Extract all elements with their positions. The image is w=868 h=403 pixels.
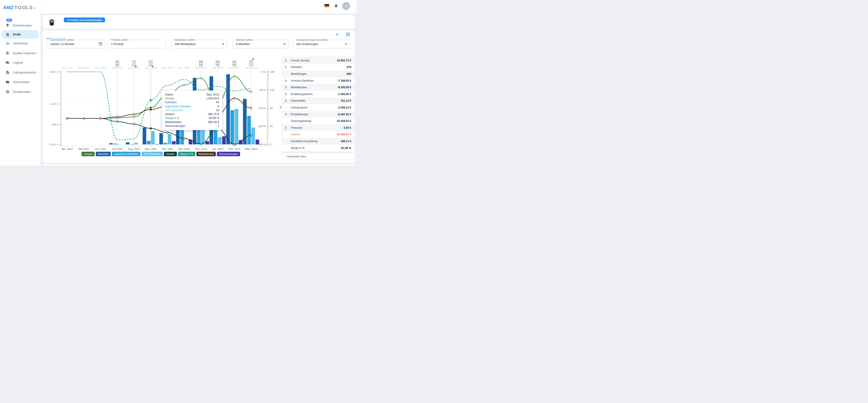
summary-row-deckungsbeitrag: Deckungsbeitrag-10.458,03 € — [282, 118, 354, 124]
recommendations-count-badge: 99+ — [6, 19, 12, 22]
svg-text:Juli 2022: Juli 2022 — [112, 148, 123, 150]
tooltip-row: PPC Einheiten33 — [165, 108, 219, 112]
svg-text:135: 135 — [270, 89, 274, 91]
page: AMZ:TOOLS « Empfehlungen99+$ProfitAdvert… — [0, 0, 356, 165]
speedometer-icon — [6, 41, 9, 45]
listing-change-icon[interactable]: € — [249, 58, 254, 66]
panel-expand-handle[interactable] — [279, 102, 282, 112]
svg-text:-2,6 K. €: -2,6 K. € — [49, 143, 59, 146]
svg-text:-60 %: -60 % — [259, 89, 266, 91]
sidebar-item-einstellungen[interactable]: Einstellungen — [0, 87, 40, 97]
listing-change-icon[interactable] — [199, 60, 203, 66]
svg-text:März 2023: März 2023 — [245, 148, 257, 150]
listing-change-icon[interactable] — [232, 60, 237, 66]
legend-chip-marge-in-[interactable]: Marge in % — [178, 152, 195, 156]
svg-text:180: 180 — [270, 70, 274, 73]
filter-produkte-w-hlen[interactable]: Produkte wählen1 Produkt — [107, 40, 166, 49]
svg-text:-600 €: -600 € — [51, 123, 59, 126]
tooltip-row: Umsatz1.044,53 € — [165, 96, 219, 100]
listing-change-icon[interactable] — [216, 60, 220, 66]
legend-chip-einheiten[interactable]: Einheiten — [96, 152, 111, 156]
expand-chevron-icon — [285, 113, 291, 116]
svg-text:-240 %: -240 % — [257, 143, 266, 146]
sidebar-item-label: Quality Inspection — [13, 52, 36, 55]
brand-logo: AMZ:TOOLS — [3, 5, 33, 10]
sidebar-item-profit[interactable]: $Profit — [2, 30, 39, 39]
svg-text:0 %: 0 % — [261, 70, 266, 73]
sidebar-item-empfehlungen[interactable]: Empfehlungen99+ — [0, 21, 40, 30]
svg-text:Apr. 2022: Apr. 2022 — [61, 148, 72, 150]
sidebar-item-advertising[interactable]: Advertising — [0, 39, 40, 49]
svg-text:45: 45 — [270, 125, 273, 128]
expand-chevron-icon — [285, 59, 291, 62]
next-section-card — [43, 164, 355, 165]
legend-chip-ppc-einheiten[interactable]: PPC Einheiten — [142, 152, 163, 156]
svg-text:Apr. 2022: Apr. 2022 — [61, 66, 72, 69]
svg-text:Juni 2022: Juni 2022 — [95, 66, 106, 69]
svg-text:Juni 2022: Juni 2022 — [95, 148, 106, 150]
listing-change-icon[interactable] — [115, 60, 119, 66]
svg-text:0: 0 — [270, 143, 271, 146]
summary-row-fixkosten[interactable]: Fixkosten0,00 € — [282, 124, 354, 131]
legend-chip-gewinn[interactable]: Gewinn — [164, 152, 177, 156]
sidebar-item-label: Stammdaten — [13, 80, 30, 84]
tooltip-row: Marge in %-93,89 % — [165, 116, 219, 120]
more-recommendations-button[interactable]: + 0 weitere neue Empfehlungen — [64, 18, 105, 22]
sidebar-item-quality-inspection[interactable]: Quality Inspection — [0, 48, 40, 58]
filter-value: 8 Metriken — [236, 40, 250, 48]
expand-chevron-icon — [285, 93, 291, 95]
chevron-down-icon — [345, 43, 347, 45]
globe-search-icon — [6, 51, 9, 55]
legend-chip-r-cksendungen[interactable]: Rücksendungen — [217, 152, 240, 156]
tooltip-row: Gewinn-980,76 € — [165, 112, 219, 116]
expand-chevron-icon — [285, 66, 291, 68]
legend-chip-werbekosten[interactable]: Werbekosten — [196, 152, 216, 156]
summary-row-amazon-geb-hren[interactable]: Amazon-Gebühren-7.188,05 € — [282, 77, 354, 84]
svg-text:4,8 K. €: 4,8 K. € — [50, 70, 59, 73]
filter-value: Letzten 12 Monate — [50, 40, 74, 48]
filter-listing-nderungen-ausw-hlen[interactable]: Listingänderungen auswählenAlle Änderung… — [293, 40, 350, 49]
summary-row-einheiten[interactable]: Einheiten676 — [282, 64, 354, 71]
sidebar-item-logistik[interactable]: Logistik — [0, 58, 40, 68]
dashboard-layout-icon[interactable] — [346, 33, 350, 37]
summary-row-erstattungskosten[interactable]: Erstattungskosten-1.465,06 € — [282, 91, 354, 98]
language-flag-de[interactable] — [324, 4, 329, 7]
summary-row-produktkosten[interactable]: Produktkosten-8.467,92 € — [282, 111, 354, 118]
sidebar-item-stammdaten[interactable]: Stammdaten — [0, 77, 40, 87]
filter-marktpl-tze-w-hlen[interactable]: Marktplätze wählenAlle Marktplätze — [171, 40, 227, 49]
sidebar-item-label: Profit — [13, 33, 21, 36]
svg-text:Jan. 2023: Jan. 2023 — [212, 148, 223, 150]
svg-text:Mai 2022: Mai 2022 — [79, 148, 89, 150]
svg-text:90: 90 — [270, 107, 273, 110]
svg-text:-180 %: -180 % — [257, 125, 266, 128]
expand-chevron-icon — [285, 80, 291, 82]
sidebar: AMZ:TOOLS « Empfehlungen99+$ProfitAdvert… — [0, 0, 41, 165]
tooltip-row: Rücksendungen1 — [165, 124, 219, 128]
summary-row-marge-in-%: Marge in %-61,69 % — [282, 145, 354, 152]
brand-amz: AMZ — [3, 5, 13, 10]
summary-row-gutschriften[interactable]: Gutschriften411,14 € — [282, 98, 354, 104]
expand-chevron-icon — [285, 126, 291, 129]
legend-chip-umsatz[interactable]: Umsatz — [82, 152, 95, 156]
summary-row-umsatz-brutto-[interactable]: Umsatz (brutto)16.953,73 € — [282, 57, 354, 64]
profit-chart[interactable]: Apr. 2022Apr. 2022Mai 2022Mai 2022Juni 2… — [45, 57, 276, 151]
summary-row-werbekosten[interactable]: Werbekosten-8.345,65 € — [282, 84, 354, 91]
profile-photo — [48, 19, 55, 26]
sidebar-item-auftrags-bersicht[interactable]: Auftragsübersicht — [0, 67, 40, 77]
filter-datumsbereich-w-hlen[interactable]: Datumsbereich wählenLetzten 12 Monate — [46, 40, 105, 49]
panel-footnote: * Gemittelter Wert — [282, 153, 354, 159]
user-avatar[interactable]: S — [342, 2, 350, 10]
notifications-bell-icon[interactable] — [334, 4, 338, 9]
sidebar-collapse-icon[interactable]: « — [34, 6, 36, 10]
svg-text:-120 %: -120 % — [257, 107, 266, 110]
svg-text:€: € — [251, 62, 252, 65]
filter-metriken-w-hlen[interactable]: Metriken wählen8 Metriken — [232, 40, 289, 49]
summary-row-umsatzsteuer: Umsatzsteuer-2.356,22 € — [282, 104, 354, 111]
svg-text:Nov. 2022: Nov. 2022 — [178, 148, 190, 150]
add-widget-icon[interactable]: + — [336, 31, 339, 37]
recommendations-card: + 0 weitere neue Empfehlungen — [43, 15, 355, 29]
sidebar-item-label: Einstellungen — [13, 90, 31, 93]
tooltip-row: Werbekosten861,45 € — [165, 120, 219, 124]
legend-chip-organische-einheiten[interactable]: organische Einheiten — [112, 152, 140, 156]
summary-row-bestellungen: Bestellungen669 — [282, 70, 354, 77]
